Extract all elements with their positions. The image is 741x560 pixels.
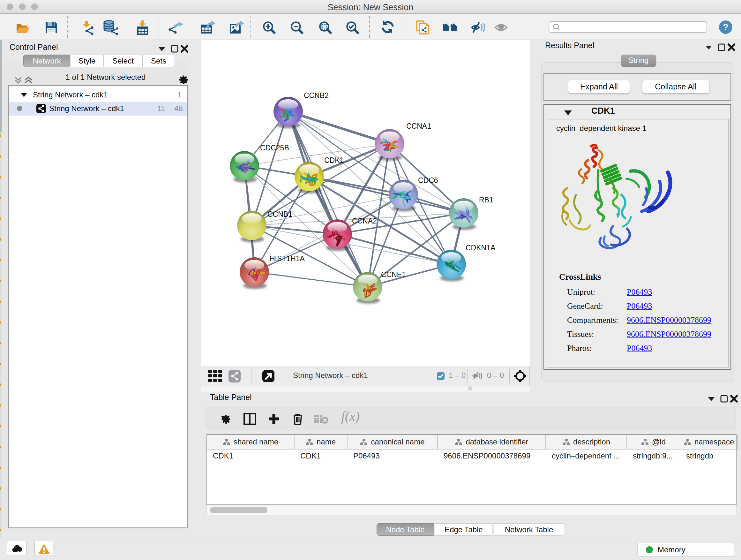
svg-text:CCNE1: CCNE1 (381, 270, 406, 279)
svg-text:CCNB1: CCNB1 (267, 210, 292, 219)
svg-text:CDKN1A: CDKN1A (466, 244, 495, 252)
svg-text:CDC25B: CDC25B (260, 144, 289, 152)
svg-text:CDK1: CDK1 (324, 156, 344, 165)
svg-text:CCNB2: CCNB2 (304, 91, 329, 100)
svg-text:CCNA1: CCNA1 (406, 122, 431, 130)
svg-text:HIST1H1A: HIST1H1A (270, 254, 305, 263)
svg-text:?: ? (723, 22, 728, 32)
svg-text:CCNA2: CCNA2 (352, 217, 377, 225)
svg-text:RB1: RB1 (479, 196, 493, 204)
svg-text:CDC6: CDC6 (418, 176, 438, 185)
